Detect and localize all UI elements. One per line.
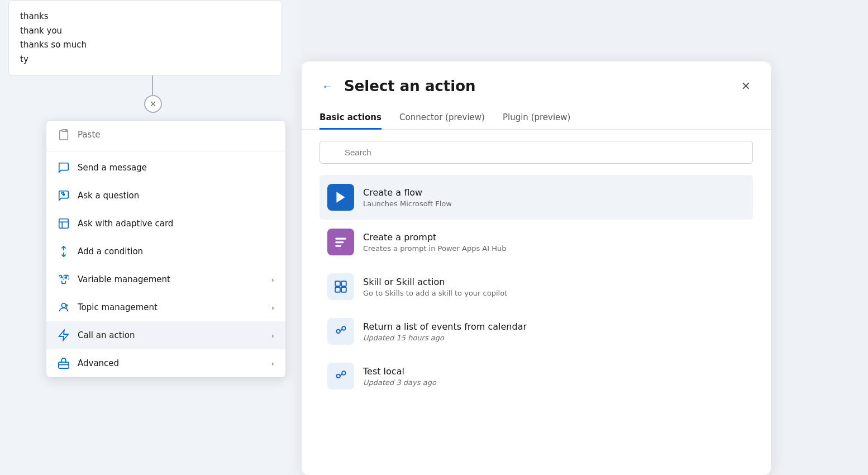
skill-desc: Go to Skills to add a skill to your copi…: [363, 289, 507, 297]
advanced-chevron: ›: [271, 359, 274, 368]
delete-node-button[interactable]: ✕: [144, 95, 162, 113]
test-local-text: Test local Updated 3 days ago: [363, 366, 436, 387]
close-button[interactable]: ✕: [739, 77, 753, 95]
action-item-return-events[interactable]: Return a list of events from calendar Up…: [319, 309, 753, 354]
svg-point-21: [342, 371, 346, 375]
topic-management-chevron: ›: [271, 303, 274, 312]
svg-text:{x}: {x}: [61, 275, 70, 281]
variable-management-label: Variable management: [78, 274, 264, 284]
message-icon: [58, 162, 70, 174]
menu-item-paste[interactable]: Paste: [46, 121, 285, 149]
create-flow-desc: Launches Microsoft Flow: [363, 200, 452, 208]
svg-rect-8: [59, 362, 69, 368]
condition-icon: [58, 245, 70, 258]
context-menu: Paste Send a message Ask a question: [46, 120, 286, 378]
test-local-name: Test local: [363, 366, 436, 377]
trigger-line-1: thanks: [20, 10, 270, 24]
svg-point-17: [336, 330, 340, 334]
tab-basic-actions[interactable]: Basic actions: [319, 107, 381, 130]
trigger-line-4: ty: [20, 53, 270, 67]
topic-management-label: Topic management: [78, 302, 264, 312]
svg-rect-16: [341, 287, 346, 292]
menu-item-add-condition[interactable]: Add a condition: [46, 238, 285, 265]
back-button[interactable]: ←: [319, 78, 335, 95]
trigger-card: thanks thank you thanks so much ty: [8, 0, 282, 76]
menu-item-variable-management[interactable]: {x} Variable management ›: [46, 265, 285, 293]
call-action-label: Call an action: [78, 330, 264, 340]
action-item-test-local[interactable]: Test local Updated 3 days ago: [319, 354, 753, 398]
ask-adaptive-card-label: Ask with adaptive card: [78, 218, 274, 229]
svg-point-20: [336, 374, 340, 378]
trigger-line-2: thank you: [20, 24, 270, 39]
create-prompt-name: Create a prompt: [363, 232, 506, 243]
skill-name: Skill or Skill action: [363, 277, 507, 287]
svg-line-19: [340, 329, 342, 331]
tabs-row: Basic actions Connector (preview) Plugin…: [302, 106, 771, 130]
panel-header: ← Select an action ✕: [302, 61, 771, 95]
variable-icon: {x}: [58, 273, 70, 286]
search-input[interactable]: [319, 141, 753, 164]
svg-rect-14: [341, 281, 346, 286]
test-local-icon: [327, 363, 354, 390]
menu-item-call-action[interactable]: Call an action ›: [46, 321, 285, 349]
svg-rect-11: [335, 241, 344, 243]
menu-divider-1: [46, 151, 285, 151]
action-item-create-flow[interactable]: Create a flow Launches Microsoft Flow: [319, 175, 753, 220]
svg-rect-10: [335, 238, 346, 239]
select-action-panel: ← Select an action ✕ Basic actions Conne…: [302, 61, 771, 475]
return-events-desc: Updated 15 hours ago: [363, 334, 527, 342]
create-flow-name: Create a flow: [363, 187, 452, 198]
tab-connector-preview[interactable]: Connector (preview): [399, 107, 485, 130]
menu-item-ask-adaptive-card[interactable]: Ask with adaptive card: [46, 210, 285, 238]
panel-title: Select an action: [344, 78, 730, 94]
menu-item-ask-question[interactable]: Ask a question: [46, 182, 285, 210]
svg-rect-13: [335, 281, 340, 286]
advanced-label: Advanced: [78, 358, 264, 368]
topic-icon: [58, 301, 70, 314]
skill-text: Skill or Skill action Go to Skills to ad…: [363, 277, 507, 297]
tab-plugin-preview[interactable]: Plugin (preview): [503, 107, 571, 130]
create-flow-icon: [327, 184, 354, 211]
svg-rect-15: [335, 287, 340, 292]
return-events-name: Return a list of events from calendar: [363, 321, 527, 332]
svg-point-18: [342, 326, 346, 330]
test-local-desc: Updated 3 days ago: [363, 378, 436, 387]
paste-label: Paste: [78, 130, 274, 140]
paste-icon: [58, 129, 70, 141]
create-prompt-desc: Creates a prompt in Power Apps AI Hub: [363, 244, 506, 253]
svg-rect-12: [335, 245, 341, 246]
svg-rect-2: [59, 219, 69, 229]
create-prompt-icon: [327, 229, 354, 255]
menu-item-topic-management[interactable]: Topic management ›: [46, 293, 285, 321]
skill-icon: [327, 273, 354, 300]
send-message-label: Send a message: [78, 163, 274, 173]
add-condition-label: Add a condition: [78, 246, 274, 256]
menu-item-send-message[interactable]: Send a message: [46, 154, 285, 182]
search-wrapper: 🔍: [302, 130, 771, 175]
return-events-text: Return a list of events from calendar Up…: [363, 321, 527, 342]
create-flow-text: Create a flow Launches Microsoft Flow: [363, 187, 452, 208]
question-icon: [58, 189, 70, 202]
trigger-line-3: thanks so much: [20, 38, 270, 53]
action-list: Create a flow Launches Microsoft Flow Cr…: [302, 175, 771, 475]
call-action-chevron: ›: [271, 331, 274, 340]
menu-item-advanced[interactable]: Advanced ›: [46, 349, 285, 377]
svg-line-22: [340, 374, 342, 376]
search-container: 🔍: [319, 141, 753, 164]
create-prompt-text: Create a prompt Creates a prompt in Powe…: [363, 232, 506, 253]
action-item-skill[interactable]: Skill or Skill action Go to Skills to ad…: [319, 264, 753, 309]
variable-management-chevron: ›: [271, 276, 274, 284]
svg-point-1: [63, 194, 65, 196]
action-icon: [58, 329, 70, 341]
toolbox-icon: [58, 357, 70, 369]
svg-point-6: [61, 303, 65, 307]
ask-question-label: Ask a question: [78, 191, 274, 201]
action-item-create-prompt[interactable]: Create a prompt Creates a prompt in Powe…: [319, 220, 753, 264]
return-events-icon: [327, 318, 354, 345]
adaptive-card-icon: [58, 217, 70, 230]
svg-point-7: [66, 305, 68, 307]
